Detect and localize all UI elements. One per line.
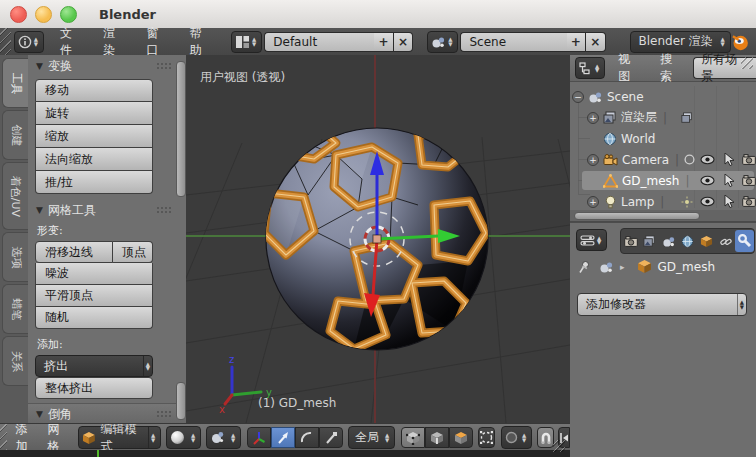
- screen-layout-stepper[interactable]: [250, 37, 258, 46]
- toolshelf-scrollbar[interactable]: [176, 61, 186, 197]
- tab-render-layers[interactable]: [640, 230, 659, 252]
- render-layer-toggle-icon[interactable]: [678, 107, 696, 128]
- renderability-camera-icon[interactable]: [740, 149, 756, 170]
- noise-button[interactable]: 噪波: [35, 263, 153, 285]
- orientation-stepper[interactable]: [383, 433, 391, 442]
- outliner-row-scene[interactable]: − Scene: [570, 86, 756, 107]
- translate-button[interactable]: 移动: [35, 79, 153, 102]
- renderability-camera-icon[interactable]: [740, 191, 756, 212]
- panel-drag-dots[interactable]: [156, 410, 172, 418]
- outliner-row-render-layers[interactable]: + 渲染层 |: [570, 107, 756, 128]
- panel-header-mesh-tools[interactable]: 网格工具: [28, 201, 186, 219]
- close-window-button[interactable]: [10, 6, 27, 23]
- menu-add[interactable]: 添加: [7, 423, 39, 451]
- properties-type-stepper[interactable]: [595, 236, 603, 245]
- minimize-window-button[interactable]: [35, 6, 52, 23]
- timeline-strip[interactable]: [0, 450, 570, 457]
- selectability-cursor-icon[interactable]: [720, 170, 738, 191]
- edge-select-button[interactable]: [425, 427, 449, 448]
- tab-scene[interactable]: [659, 230, 678, 252]
- render-engine-stepper[interactable]: [718, 37, 726, 46]
- remove-layout-button[interactable]: [394, 32, 413, 52]
- scene-name-field[interactable]: Scene: [460, 32, 566, 52]
- outliner-row-world[interactable]: + World: [570, 128, 756, 149]
- outliner-row-lamp[interactable]: + Lamp |: [570, 191, 756, 212]
- outliner-menu-view[interactable]: 视图: [609, 51, 651, 85]
- tab-options[interactable]: 选项: [2, 232, 29, 282]
- mode-stepper[interactable]: [148, 427, 157, 448]
- render-engine-dropdown[interactable]: Blender 渲染: [630, 31, 731, 53]
- scene-icon[interactable]: [599, 260, 614, 274]
- outliner-row-camera[interactable]: + Camera |: [570, 149, 756, 170]
- extrude-individual-button[interactable]: 整体挤出: [35, 377, 153, 399]
- rotate-manipulator-button[interactable]: [295, 427, 319, 448]
- area-resize-grip[interactable]: [741, 57, 753, 69]
- remove-scene-button[interactable]: [586, 32, 605, 52]
- collapse-icon[interactable]: −: [572, 91, 584, 103]
- expand-icon[interactable]: +: [587, 154, 599, 166]
- face-select-button[interactable]: [449, 427, 473, 448]
- area-resize-grip[interactable]: [553, 440, 565, 452]
- randomize-button[interactable]: 随机: [35, 307, 153, 329]
- mode-dropdown[interactable]: 编辑模式: [78, 426, 161, 449]
- tab-constraints[interactable]: [716, 230, 735, 252]
- shading-stepper[interactable]: [189, 433, 197, 442]
- add-scene-button[interactable]: [567, 32, 586, 52]
- editor-type-button-properties[interactable]: [576, 229, 607, 251]
- manipulator-toggle-button[interactable]: [247, 427, 271, 448]
- menu-mesh[interactable]: 网格: [40, 423, 72, 451]
- tab-grease-pencil[interactable]: 蜡笔: [2, 284, 29, 334]
- scale-button[interactable]: 缩放: [35, 125, 153, 148]
- toolshelf-scrollbar-lower[interactable]: [176, 382, 186, 420]
- expand-icon[interactable]: +: [587, 196, 599, 208]
- panel-drag-dots[interactable]: [156, 206, 172, 214]
- pivot-dropdown[interactable]: [206, 426, 241, 449]
- scene-selector[interactable]: [427, 31, 458, 53]
- vertex-select-button[interactable]: [401, 427, 425, 448]
- tab-relations[interactable]: 关系: [2, 336, 29, 386]
- editor-type-button-info[interactable]: [14, 31, 44, 53]
- tab-object[interactable]: [697, 230, 716, 252]
- limit-to-visible-button[interactable]: [478, 427, 495, 448]
- selectability-cursor-icon[interactable]: [720, 191, 738, 212]
- tab-shading-uv[interactable]: 着色/UV: [2, 162, 29, 230]
- shrink-flatten-button[interactable]: 法向缩放: [35, 148, 153, 171]
- orientation-dropdown[interactable]: 全局: [348, 426, 395, 449]
- visibility-eye-icon[interactable]: [698, 191, 716, 212]
- smooth-vertex-button[interactable]: 平滑顶点: [35, 285, 153, 307]
- tab-world[interactable]: [678, 230, 697, 252]
- extrude-stepper[interactable]: [143, 356, 152, 376]
- header-grip[interactable]: [0, 424, 7, 451]
- panel-drag-dots[interactable]: [156, 62, 172, 70]
- proportional-stepper[interactable]: [520, 433, 528, 442]
- header-grip[interactable]: [0, 28, 11, 55]
- editor-type-stepper[interactable]: [32, 37, 40, 46]
- layout-name-field[interactable]: Default: [264, 32, 374, 52]
- vertex-slide-button[interactable]: 顶点: [113, 241, 153, 263]
- outliner-row-gd-mesh[interactable]: + GD_mesh |: [570, 170, 756, 191]
- shading-dropdown[interactable]: [166, 426, 201, 449]
- pivot-stepper[interactable]: [229, 433, 237, 442]
- viewport-3d[interactable]: z y x 用户视图 (透视) (1) GD_mesh: [186, 55, 570, 423]
- extrude-dropdown[interactable]: 挤出: [35, 355, 153, 377]
- visibility-eye-icon[interactable]: [698, 149, 716, 170]
- outliner-hscroll-pill[interactable]: [574, 212, 700, 220]
- tab-tools[interactable]: 工具: [2, 58, 29, 108]
- outliner-hscroll-track[interactable]: [570, 210, 756, 222]
- timeline-playhead[interactable]: [97, 450, 99, 457]
- editor-type-button-outliner[interactable]: [575, 57, 605, 79]
- outliner-menu-search[interactable]: 搜索: [651, 51, 693, 85]
- outliner-type-stepper[interactable]: [593, 64, 601, 73]
- breadcrumb-object-name[interactable]: GD_mesh: [658, 260, 715, 274]
- scene-selector-stepper[interactable]: [446, 37, 454, 46]
- lamp-data-icon[interactable]: [678, 191, 696, 212]
- add-layout-button[interactable]: [374, 32, 393, 52]
- panel-header-bevel[interactable]: 倒角: [28, 403, 186, 423]
- add-modifier-stepper[interactable]: [737, 294, 746, 315]
- edge-slide-button[interactable]: 滑移边线: [35, 241, 113, 263]
- add-modifier-dropdown[interactable]: 添加修改器: [577, 293, 747, 316]
- screen-layout-selector[interactable]: [231, 31, 262, 53]
- renderability-camera-icon[interactable]: [740, 170, 756, 191]
- maximize-window-button[interactable]: [60, 6, 77, 23]
- translate-manipulator-button[interactable]: [271, 427, 295, 448]
